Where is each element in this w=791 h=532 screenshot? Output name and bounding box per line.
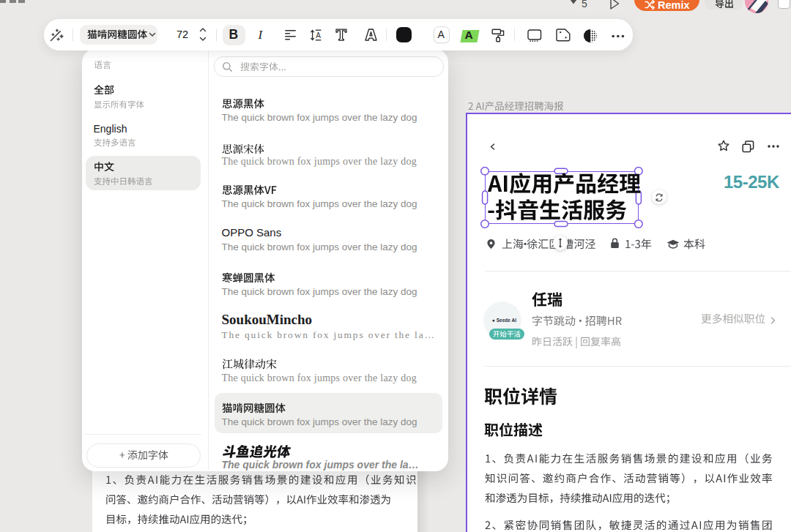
svg-text:A: A — [316, 31, 321, 39]
